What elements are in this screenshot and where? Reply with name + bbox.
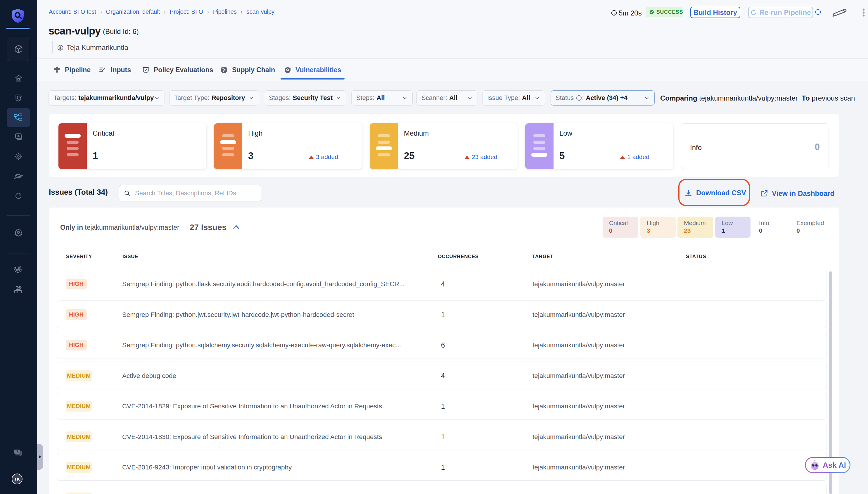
svg-text:?: ?	[16, 450, 18, 453]
